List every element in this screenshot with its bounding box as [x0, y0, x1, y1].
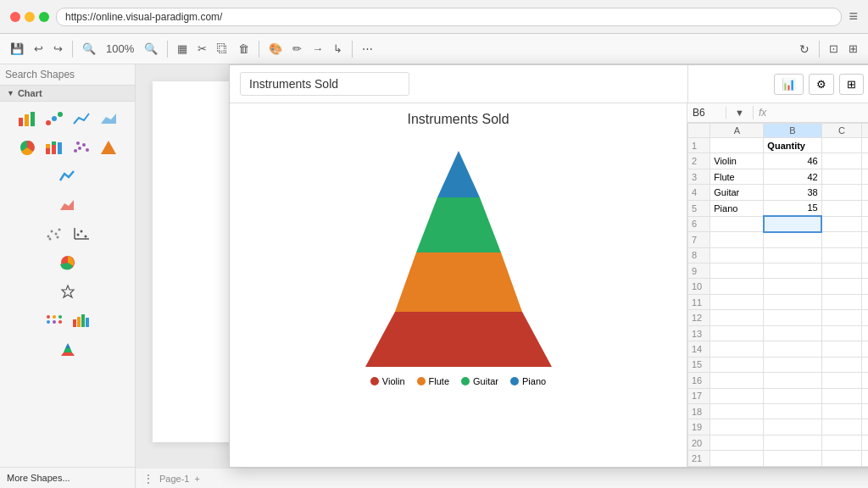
cell-d8[interactable]	[862, 247, 868, 263]
copy-button[interactable]: ⿻	[214, 41, 231, 57]
more-options-button[interactable]: ⋯	[359, 41, 376, 57]
cell-b19[interactable]	[764, 419, 821, 435]
cell-d2[interactable]	[862, 153, 868, 169]
cell-a10[interactable]	[710, 279, 764, 294]
cell-a9[interactable]	[710, 263, 764, 279]
cell-b16[interactable]	[764, 373, 821, 388]
sidebar-item-star-chart[interactable]	[56, 280, 80, 303]
cell-c2[interactable]	[821, 153, 861, 169]
cell-a4[interactable]: Guitar	[710, 185, 764, 200]
url-bar[interactable]: https://online.visual-paradigm.com/	[56, 8, 842, 26]
cell-c18[interactable]	[821, 403, 861, 419]
col-header-d[interactable]: D	[862, 124, 868, 138]
redo-button[interactable]: ↪	[50, 41, 66, 57]
cell-d1[interactable]	[862, 138, 868, 153]
cell-c1[interactable]	[821, 138, 861, 153]
undo-button[interactable]: ↩	[31, 41, 47, 57]
cell-d21[interactable]	[862, 451, 868, 467]
cell-a6[interactable]	[710, 216, 764, 231]
col-header-c[interactable]: C	[821, 124, 861, 138]
cell-c3[interactable]	[821, 169, 861, 184]
cell-reference[interactable]: B6	[693, 107, 726, 119]
settings-button[interactable]: ⚙	[809, 74, 834, 95]
fill-button[interactable]: 🎨	[265, 41, 286, 57]
cell-b7[interactable]	[764, 232, 821, 247]
browser-menu-icon[interactable]: ≡	[849, 8, 858, 25]
minimize-dot[interactable]	[25, 12, 35, 22]
cell-a1[interactable]	[710, 138, 764, 153]
sidebar-item-pyramid-colored[interactable]	[97, 136, 120, 159]
sidebar-item-axis-chart[interactable]	[70, 222, 93, 246]
cell-c17[interactable]	[821, 388, 861, 403]
sidebar-item-line-chart[interactable]	[70, 107, 93, 130]
cell-a3[interactable]: Flute	[710, 169, 764, 184]
cell-c21[interactable]	[821, 451, 861, 467]
cell-b3[interactable]: 42	[764, 169, 821, 184]
stroke-button[interactable]: ✏	[289, 41, 305, 57]
cell-c8[interactable]	[821, 247, 861, 263]
cell-a13[interactable]	[710, 325, 764, 341]
cell-b11[interactable]	[764, 294, 821, 309]
cell-c7[interactable]	[821, 232, 861, 247]
cell-b17[interactable]	[764, 388, 821, 403]
cell-b6[interactable]	[764, 216, 821, 231]
cell-c4[interactable]	[821, 185, 861, 200]
cell-a7[interactable]	[710, 232, 764, 247]
cell-c11[interactable]	[821, 294, 861, 309]
cell-d15[interactable]	[862, 357, 868, 372]
cell-a15[interactable]	[710, 357, 764, 372]
cell-c6[interactable]	[821, 216, 861, 231]
cell-b10[interactable]	[764, 279, 821, 294]
close-dot[interactable]	[10, 12, 20, 22]
cell-a21[interactable]	[710, 451, 764, 467]
shapes-button[interactable]: ▦	[174, 41, 191, 57]
sidebar-item-pie-simple[interactable]	[56, 251, 80, 274]
chart-title-input[interactable]	[240, 72, 409, 96]
cell-d18[interactable]	[862, 403, 868, 419]
cell-a8[interactable]	[710, 247, 764, 263]
cell-d14[interactable]	[862, 341, 868, 357]
cell-a17[interactable]	[710, 388, 764, 403]
cell-b4[interactable]: 38	[764, 185, 821, 200]
cell-b12[interactable]	[764, 310, 821, 325]
cell-d20[interactable]	[862, 435, 868, 450]
cell-a20[interactable]	[710, 435, 764, 450]
col-header-a[interactable]: A	[710, 124, 764, 138]
cell-c16[interactable]	[821, 373, 861, 388]
cell-a12[interactable]	[710, 310, 764, 325]
cell-c14[interactable]	[821, 341, 861, 357]
cell-b21[interactable]	[764, 451, 821, 467]
table-view-button[interactable]: ⊞	[839, 74, 864, 95]
cell-b9[interactable]	[764, 263, 821, 279]
sidebar-item-dot-chart[interactable]	[42, 107, 66, 130]
expand-button[interactable]: ⊞	[845, 41, 861, 57]
zoom-out-button[interactable]: 🔍	[79, 41, 99, 57]
elbow-button[interactable]: ↳	[330, 41, 346, 57]
col-header-b[interactable]: B	[764, 124, 821, 138]
cell-d13[interactable]	[862, 325, 868, 341]
sidebar-item-pyramid-multi[interactable]	[56, 337, 80, 361]
cell-a16[interactable]	[710, 373, 764, 388]
cell-b1[interactable]: Quantity	[764, 138, 821, 153]
cell-b8[interactable]	[764, 247, 821, 263]
sidebar-item-area-chart[interactable]	[97, 107, 120, 130]
search-input[interactable]	[5, 69, 132, 80]
cell-b15[interactable]	[764, 357, 821, 372]
cell-c5[interactable]	[821, 200, 861, 216]
sidebar-item-scatter[interactable]	[70, 136, 93, 159]
cell-d5[interactable]	[862, 200, 868, 216]
sidebar-item-multicolor-bars[interactable]	[70, 308, 93, 332]
cell-d10[interactable]	[862, 279, 868, 294]
cell-d3[interactable]	[862, 169, 868, 184]
cell-a14[interactable]	[710, 341, 764, 357]
cell-a11[interactable]	[710, 294, 764, 309]
save-button[interactable]: 💾	[7, 41, 27, 57]
cell-b5[interactable]: 15	[764, 200, 821, 216]
cell-d4[interactable]	[862, 185, 868, 200]
cell-d7[interactable]	[862, 232, 868, 247]
cell-b20[interactable]	[764, 435, 821, 450]
delete-button[interactable]: 🗑	[235, 41, 253, 57]
connector-button[interactable]: →	[309, 41, 326, 57]
cell-a2[interactable]: Violin	[710, 153, 764, 169]
cell-a5[interactable]: Piano	[710, 200, 764, 216]
